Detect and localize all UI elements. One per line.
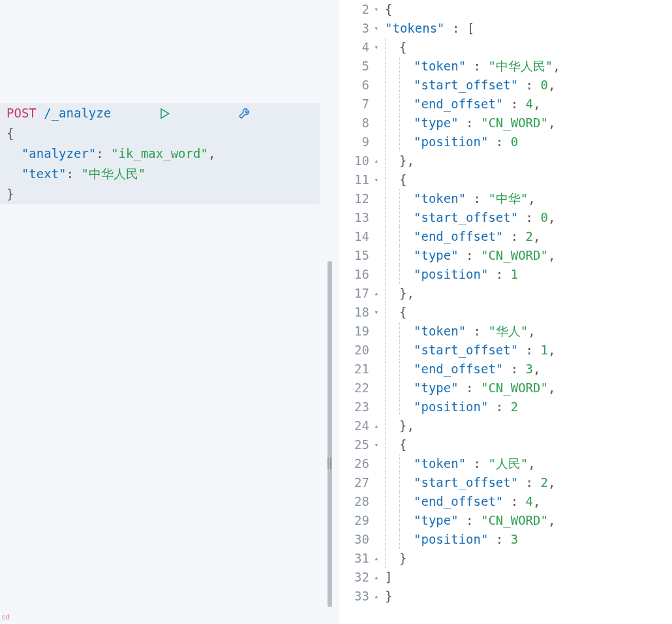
code-line: "token" : "人民", [385, 454, 672, 473]
request-path: /_analyze [44, 103, 111, 123]
code-line: "start_offset" : 0, [385, 208, 672, 227]
code-line: "position" : 3 [385, 530, 672, 549]
code-line: "token" : "华人", [385, 322, 672, 341]
code-line: { [385, 170, 672, 189]
request-body-analyzer[interactable]: "analyzer": "ik_max_word", [0, 144, 320, 164]
code-line: } [385, 549, 672, 568]
code-line: "position" : 1 [385, 265, 672, 284]
code-line: "type" : "CN_WORD", [385, 246, 672, 265]
request-body-close[interactable]: } [0, 184, 320, 204]
fold-arrow-icon[interactable]: ▴ [372, 549, 378, 568]
code-line: ] [385, 568, 672, 587]
scrollbar-thumb[interactable] [328, 261, 332, 607]
code-line: "end_offset" : 2, [385, 227, 672, 246]
code-line: }, [385, 284, 672, 303]
request-first-line[interactable]: POST /_analyze [0, 103, 320, 123]
request-editor-pane[interactable]: POST /_analyze { "analyzer": "ik_max_wor… [0, 0, 320, 624]
code-line: "end_offset" : 4, [385, 492, 672, 511]
code-line: "start_offset" : 1, [385, 341, 672, 360]
fold-arrow-icon[interactable]: ▾ [372, 170, 378, 189]
request-body-open[interactable]: { [0, 123, 320, 144]
request-body-text[interactable]: "text": "中华人民" [0, 164, 320, 184]
line-number-gutter: 2▾ 3▾ 4▾ 5 6 7 8 9 10▴ 11▾ 12 13 14 15 1… [339, 0, 385, 624]
fold-arrow-icon[interactable]: ▴ [372, 568, 378, 587]
code-line: { [385, 0, 672, 19]
fold-arrow-icon[interactable]: ▾ [372, 0, 378, 19]
footer-sd: sd [1, 613, 10, 621]
svg-marker-0 [161, 109, 169, 118]
code-line: "tokens" : [ [385, 19, 672, 38]
response-code-area[interactable]: { "tokens" : [ { "token" : "中华人民", "star… [385, 0, 672, 624]
divider-handle-icon[interactable]: ‖ [326, 456, 333, 469]
code-line: "end_offset" : 4, [385, 95, 672, 114]
fold-arrow-icon[interactable]: ▾ [372, 435, 378, 454]
code-line: "type" : "CN_WORD", [385, 511, 672, 530]
code-line: "end_offset" : 3, [385, 360, 672, 379]
code-line: }, [385, 416, 672, 435]
fold-arrow-icon[interactable]: ▴ [372, 151, 378, 170]
fold-arrow-icon[interactable]: ▾ [372, 303, 378, 322]
pane-divider[interactable]: ‖ [320, 0, 339, 624]
request-block[interactable]: POST /_analyze { "analyzer": "ik_max_wor… [0, 103, 320, 204]
code-line: { [385, 303, 672, 322]
response-viewer-pane[interactable]: 2▾ 3▾ 4▾ 5 6 7 8 9 10▴ 11▾ 12 13 14 15 1… [339, 0, 672, 624]
code-line: "token" : "中华人民", [385, 57, 672, 76]
code-line: "start_offset" : 2, [385, 473, 672, 492]
code-line: "token" : "中华", [385, 189, 672, 208]
code-line: "type" : "CN_WORD", [385, 379, 672, 398]
code-line: "start_offset" : 0, [385, 76, 672, 95]
code-line: { [385, 38, 672, 57]
fold-arrow-icon[interactable]: ▾ [372, 38, 378, 57]
fold-arrow-icon[interactable]: ▾ [372, 19, 378, 38]
fold-arrow-icon[interactable]: ▴ [372, 416, 378, 435]
code-line: "position" : 2 [385, 398, 672, 416]
code-line: }, [385, 151, 672, 170]
code-line: { [385, 435, 672, 454]
http-method: POST [7, 103, 37, 123]
code-line: } [385, 587, 672, 606]
fold-arrow-icon[interactable]: ▴ [372, 284, 378, 303]
code-line: "type" : "CN_WORD", [385, 114, 672, 133]
code-line: "position" : 0 [385, 133, 672, 151]
fold-arrow-icon[interactable]: ▴ [372, 587, 378, 606]
